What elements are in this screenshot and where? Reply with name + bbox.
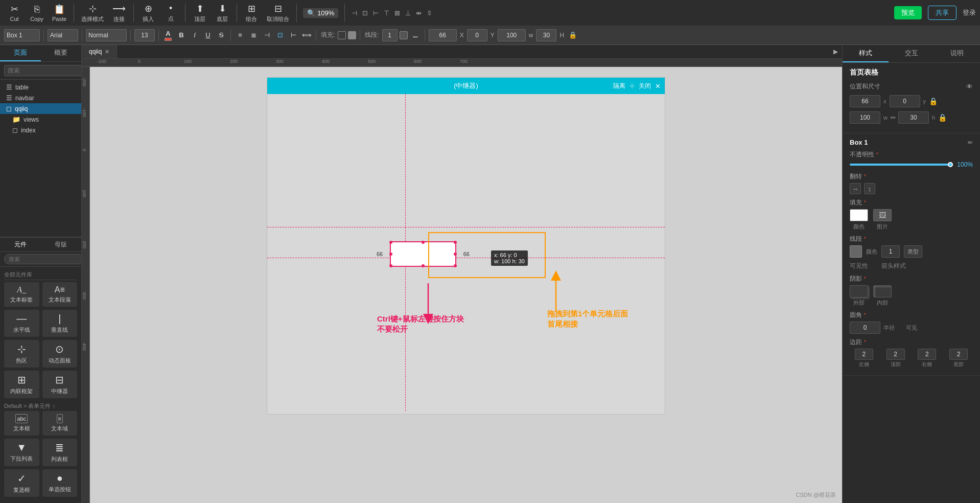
component-edit-icon[interactable]: ✏ (968, 139, 973, 146)
tab-overview[interactable]: 概要 (41, 45, 82, 61)
handle-tl[interactable] (389, 241, 392, 244)
tab-page[interactable]: 页面 (0, 45, 41, 61)
align-left-button[interactable]: ⊣ (349, 8, 359, 18)
component-checkbox[interactable]: ✓ 复选框 (4, 469, 39, 497)
border-style-selector[interactable]: 类型 (904, 245, 922, 258)
canvas-scroll-right-icon[interactable]: ▶ (833, 48, 838, 55)
padding-bottom-input[interactable] (949, 349, 968, 360)
radius-val-input[interactable] (850, 322, 880, 334)
component-vline[interactable]: | 垂直线 (42, 310, 78, 337)
lock-size-icon[interactable]: 🔒 (938, 113, 947, 122)
tree-item-index[interactable]: ◻ index (6, 125, 81, 135)
component-textbox[interactable]: abc 文本框 (4, 411, 39, 436)
border-width-input[interactable] (382, 29, 398, 41)
italic-button[interactable]: I (189, 30, 200, 41)
component-hotspot[interactable]: ⊹ 热区 (4, 340, 39, 368)
ungroup-button[interactable]: ⊟ 取消组合 (264, 2, 292, 24)
tab-element[interactable]: 元件 (0, 238, 41, 252)
align-right-text-button[interactable]: ⊢ (288, 30, 299, 41)
font-family-select[interactable] (48, 29, 78, 41)
close-icon[interactable]: ✕ (655, 82, 661, 90)
component-listbox[interactable]: ≣ 列表框 (42, 439, 78, 466)
paste-button[interactable]: 📋 Paste (49, 3, 69, 23)
ordered-list-button[interactable]: ≣ (248, 30, 259, 41)
tab-template[interactable]: 母版 (41, 238, 82, 252)
frame-body[interactable]: 66 66 (267, 94, 665, 411)
group-button[interactable]: ⊞ 组合 (241, 2, 262, 24)
component-repeater[interactable]: ⊟ 中继器 (42, 371, 78, 398)
underline-button[interactable]: U (202, 30, 214, 41)
component-hline[interactable]: ― 水平线 (4, 310, 39, 337)
component-text-para[interactable]: A≡ 文本段落 (42, 282, 78, 307)
component-textarea[interactable]: ≡ 文本域 (42, 411, 78, 436)
border-width-val-input[interactable] (881, 245, 900, 258)
padding-left-input[interactable] (855, 349, 873, 360)
distribute-h-button[interactable]: ⇹ (413, 8, 424, 18)
flip-v-button[interactable]: ↕ (864, 183, 875, 194)
component-inline-frame[interactable]: ⊞ 内联框架 (4, 371, 39, 398)
isolate-button[interactable]: 隔离 (613, 82, 625, 90)
font-size-input[interactable] (134, 29, 155, 41)
align-bottom-button[interactable]: ⊥ (403, 8, 413, 18)
align-middle-v-button[interactable]: ⊠ (392, 8, 402, 18)
lock-position-icon[interactable]: 🔒 (929, 97, 938, 105)
padding-top-input[interactable] (886, 349, 905, 360)
unordered-list-button[interactable]: ≡ (235, 30, 246, 41)
x-position-input[interactable] (850, 95, 880, 107)
align-center-text-button[interactable]: ⊡ (274, 30, 286, 41)
handle-bc[interactable] (422, 264, 425, 267)
tree-item-views[interactable]: 📁 views (6, 114, 81, 125)
component-dropdown[interactable]: ▼ 下拉列表 (4, 439, 39, 466)
width-prop-input[interactable] (850, 111, 880, 124)
lock-aspect-button[interactable]: 🔒 (567, 30, 578, 41)
tree-item-navbar[interactable]: ☰ navbar (0, 93, 81, 103)
shadow-inner-option[interactable]: 内部 (873, 285, 892, 307)
border-color-picker[interactable] (400, 31, 408, 39)
y-position-input[interactable] (890, 95, 920, 107)
connect-button[interactable]: ⟶ 连接 (109, 2, 129, 24)
handle-bl[interactable] (389, 264, 392, 267)
opacity-slider[interactable] (850, 164, 953, 166)
border-style-picker[interactable]: ⚊ (410, 30, 421, 41)
bottom-layer-button[interactable]: ⬇ 底层 (212, 2, 232, 24)
x-coord-input[interactable] (429, 29, 457, 41)
canvas-tab-close[interactable]: ✕ (105, 49, 109, 55)
tree-item-table[interactable]: ☰ table (0, 82, 81, 93)
distribute-v-button[interactable]: ⇳ (424, 8, 434, 18)
flip-h-button[interactable]: ↔ (850, 183, 861, 194)
tab-interact[interactable]: 交互 (889, 45, 935, 62)
height-prop-input[interactable] (898, 111, 929, 124)
copy-button[interactable]: ⎘ Copy (27, 3, 47, 23)
component-text-label[interactable]: A_ 文本标签 (4, 282, 39, 307)
box-orange[interactable] (428, 232, 546, 278)
share-button[interactable]: 共享 (928, 6, 956, 20)
tab-style[interactable]: 样式 (843, 45, 889, 62)
padding-right-input[interactable] (918, 349, 936, 360)
opacity-slider-thumb[interactable] (948, 162, 953, 167)
shadow-outer-option[interactable]: 外部 (850, 285, 868, 307)
fill-img-option[interactable]: 🖼 图片 (873, 209, 892, 231)
preview-button[interactable]: 预览 (894, 6, 922, 19)
insert-button[interactable]: ⊕ 插入 (138, 2, 158, 24)
width-input[interactable] (498, 29, 526, 41)
handle-tc[interactable] (422, 241, 425, 244)
component-dynamic-panel[interactable]: ⊙ 动态面板 (42, 340, 78, 368)
fill-color-picker[interactable] (348, 31, 356, 39)
canvas-tab-qqiiq[interactable]: qqiiq ✕ (82, 45, 117, 58)
align-right-button[interactable]: ⊢ (370, 8, 381, 18)
font-color-button[interactable]: A (162, 30, 174, 41)
align-center-h-button[interactable]: ⊡ (360, 8, 370, 18)
top-layer-button[interactable]: ⬆ 顶层 (190, 2, 210, 24)
zoom-display[interactable]: 🔍 109% (303, 8, 338, 18)
handle-lc[interactable] (389, 253, 392, 256)
border-color-preview[interactable] (850, 245, 862, 258)
point-button[interactable]: • 点 (160, 2, 181, 24)
bold-button[interactable]: B (176, 30, 187, 41)
visibility-toggle[interactable]: 👁 (966, 83, 973, 90)
element-name-input[interactable] (4, 29, 40, 41)
component-search-input[interactable] (4, 254, 82, 264)
close-button[interactable]: 关闭 (639, 82, 651, 90)
fill-color-option[interactable]: 颜色 (850, 209, 868, 231)
search-input[interactable] (4, 65, 82, 76)
fill-style-button[interactable] (338, 31, 346, 39)
